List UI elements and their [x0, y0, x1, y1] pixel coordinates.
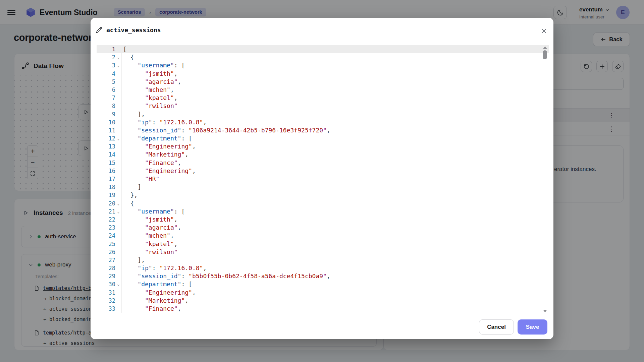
code-line[interactable]: 22 "jsmith", [97, 216, 549, 224]
code-text: "jsmith", [121, 70, 178, 78]
code-line[interactable]: 26 "rwilson" [97, 248, 549, 256]
code-line[interactable]: 6 "mchen", [97, 86, 549, 94]
code-text: "session_id": "106a9214-3644-42b5-b796-1… [121, 126, 330, 134]
fold-chevron-icon[interactable]: ⌄ [115, 207, 121, 216]
fold-spacer [115, 118, 121, 126]
code-line[interactable]: 17 "HR" [97, 175, 549, 183]
code-text: ], [121, 256, 145, 264]
code-line[interactable]: 32 "Marketing", [97, 297, 549, 305]
code-line[interactable]: 18 ] [97, 183, 549, 191]
line-number: 18 [97, 183, 115, 191]
scroll-down-icon[interactable] [543, 310, 547, 312]
code-text: "ip": "172.16.0.8", [121, 118, 207, 126]
code-line[interactable]: 30⌄ "department": [ [97, 280, 549, 288]
fold-spacer [115, 248, 121, 256]
edit-template-modal: active_sessions 1[2⌄ {3⌄ "username": [4 … [91, 18, 553, 339]
save-button[interactable]: Save [518, 319, 547, 335]
line-number: 11 [97, 126, 115, 134]
code-line[interactable]: 3⌄ "username": [ [97, 61, 549, 69]
code-text: "agarcia", [121, 224, 181, 232]
code-line[interactable]: 14 "Marketing", [97, 150, 549, 159]
code-text: "username": [ [121, 207, 185, 216]
code-line[interactable]: 31 "Engineering", [97, 289, 549, 297]
code-line[interactable]: 12⌄ "department": [ [97, 134, 549, 142]
code-text: "Engineering", [121, 142, 196, 150]
code-line[interactable]: 23 "agarcia", [97, 224, 549, 232]
code-text: "Engineering", [121, 167, 196, 175]
code-line[interactable]: 2⌄ { [97, 53, 549, 61]
code-text: "Engineering", [121, 289, 196, 297]
fold-spacer [115, 45, 121, 53]
fold-chevron-icon[interactable]: ⌄ [115, 199, 121, 207]
modal-title: active_sessions [106, 26, 161, 34]
fold-spacer [115, 86, 121, 94]
line-number: 25 [97, 240, 115, 248]
fold-chevron-icon[interactable]: ⌄ [115, 280, 121, 288]
code-line[interactable]: 8 "rwilson" [97, 102, 549, 110]
code-line[interactable]: 10 "ip": "172.16.0.8", [97, 118, 549, 126]
fold-spacer [115, 240, 121, 248]
line-number: 23 [97, 224, 115, 232]
code-editor-lines: 1[2⌄ {3⌄ "username": [4 "jsmith",5 "agar… [97, 45, 549, 313]
editor-scrollbar[interactable] [541, 45, 549, 314]
code-text: "Finance", [121, 159, 181, 167]
line-number: 3 [97, 61, 115, 69]
code-line[interactable]: 13 "Engineering", [97, 142, 549, 150]
fold-chevron-icon[interactable]: ⌄ [115, 61, 121, 69]
code-line[interactable]: 27 ], [97, 256, 549, 264]
fold-spacer [115, 175, 121, 183]
fold-spacer [115, 70, 121, 78]
line-number: 26 [97, 248, 115, 256]
fold-spacer [115, 150, 121, 159]
code-text: "Finance", [121, 305, 181, 313]
fold-spacer [115, 159, 121, 167]
line-number: 2 [97, 53, 115, 61]
code-line[interactable]: 5 "agarcia", [97, 78, 549, 86]
code-line[interactable]: 7 "kpatel", [97, 94, 549, 102]
code-text: "HR" [121, 175, 159, 183]
line-number: 27 [97, 256, 115, 264]
line-number: 4 [97, 70, 115, 78]
fold-spacer [115, 216, 121, 224]
code-text: }, [121, 191, 138, 199]
close-button[interactable] [539, 26, 549, 36]
code-line[interactable]: 21⌄ "username": [ [97, 207, 549, 216]
code-line[interactable]: 28 "ip": "172.16.0.8", [97, 264, 549, 272]
line-number: 13 [97, 142, 115, 150]
line-number: 29 [97, 272, 115, 280]
fold-spacer [115, 272, 121, 280]
fold-spacer [115, 183, 121, 191]
scrollbar-thumb[interactable] [543, 50, 547, 59]
fold-spacer [115, 256, 121, 264]
code-line[interactable]: 33 "Finance", [97, 305, 549, 313]
line-number: 31 [97, 289, 115, 297]
code-line[interactable]: 1[ [97, 45, 549, 53]
code-line[interactable]: 19 }, [97, 191, 549, 199]
line-number: 20 [97, 199, 115, 207]
fold-chevron-icon[interactable]: ⌄ [115, 134, 121, 142]
line-number: 5 [97, 78, 115, 86]
code-editor[interactable]: 1[2⌄ {3⌄ "username": [4 "jsmith",5 "agar… [97, 45, 549, 314]
cancel-button[interactable]: Cancel [479, 319, 514, 335]
code-text: ], [121, 110, 145, 118]
code-line[interactable]: 11 "session_id": "106a9214-3644-42b5-b79… [97, 126, 549, 134]
code-text: [ [121, 45, 127, 53]
line-number: 12 [97, 134, 115, 142]
code-line[interactable]: 16 "Engineering", [97, 167, 549, 175]
code-line[interactable]: 15 "Finance", [97, 159, 549, 167]
fold-spacer [115, 78, 121, 86]
line-number: 15 [97, 159, 115, 167]
fold-chevron-icon[interactable]: ⌄ [115, 53, 121, 61]
code-line[interactable]: 9 ], [97, 110, 549, 118]
code-text: "ip": "172.16.0.8", [121, 264, 207, 272]
scroll-up-icon[interactable] [543, 46, 547, 49]
code-line[interactable]: 25 "kpatel", [97, 240, 549, 248]
code-text: "username": [ [121, 61, 185, 69]
code-text: ] [121, 183, 141, 191]
code-line[interactable]: 4 "jsmith", [97, 70, 549, 78]
fold-spacer [115, 102, 121, 110]
line-number: 17 [97, 175, 115, 183]
code-line[interactable]: 24 "mchen", [97, 232, 549, 240]
code-line[interactable]: 29 "session_id": "b5b0f55b-0b62-4f58-a56… [97, 272, 549, 280]
code-line[interactable]: 20⌄ { [97, 199, 549, 207]
